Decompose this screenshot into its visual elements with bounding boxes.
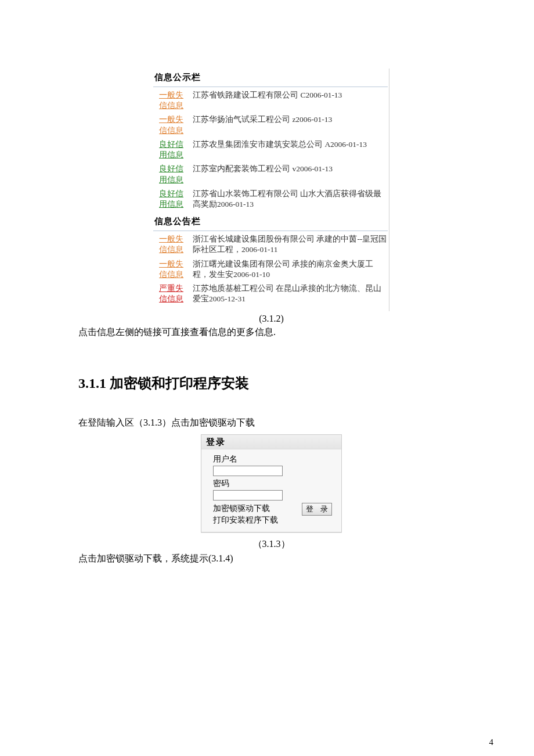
login-title: 登录 (201, 435, 341, 449)
info-tag-link[interactable]: 良好信用信息 (159, 139, 187, 160)
info-tag-link[interactable]: 良好信用信息 (159, 164, 187, 185)
login-box: 登录 用户名 密码 加密锁驱动下载 打印安装程序下载 登 录 (201, 434, 342, 533)
panel1-list: 一般失信信息 江苏省铁路建设工程有限公司 C2006-01-13 一般失信信息 … (153, 87, 388, 213)
list-item: 一般失信信息 江苏华扬油气试采工程公司 z2006-01-13 (159, 113, 388, 137)
body-text: 点击加密锁驱动下载，系统提示(3.1.4) (78, 552, 464, 566)
figure-caption-3-1-3: （3.1.3） (78, 538, 464, 550)
info-tag-link[interactable]: 一般失信信息 (159, 114, 187, 135)
list-item: 严重失信信息 江苏地质基桩工程公司 在昆山承接的北方物流、昆山爱宝2005-12… (159, 282, 388, 306)
list-item: 良好信用信息 江苏省山水装饰工程有限公司 山水大酒店获得省级最高奖励2006-0… (159, 187, 388, 211)
info-tag-link[interactable]: 良好信用信息 (159, 189, 187, 210)
info-desc: 江苏地质基桩工程公司 在昆山承接的北方物流、昆山爱宝2005-12-31 (187, 283, 388, 304)
login-links: 加密锁驱动下载 打印安装程序下载 (213, 503, 302, 527)
page-number: 4 (489, 737, 494, 747)
username-label: 用户名 (213, 454, 332, 465)
list-item: 一般失信信息 浙江省长城建设集团股份有限公司 承建的中茵--皇冠国际社区工程，2… (159, 232, 388, 257)
body-text: 在登陆输入区（3.1.3）点击加密锁驱动下载 (78, 416, 464, 430)
figure-3-1-3: 登录 用户名 密码 加密锁驱动下载 打印安装程序下载 登 录 (78, 434, 464, 533)
list-item: 良好信用信息 江苏室内配套装饰工程公司 v2006-01-13 (159, 162, 388, 186)
panel1-title: 信息公示栏 (153, 69, 388, 87)
password-input[interactable] (213, 490, 283, 501)
section-heading: 3.1.1 加密锁和打印程序安装 (78, 374, 464, 393)
body-text: 点击信息左侧的链接可直接查看信息的更多信息. (78, 325, 464, 339)
password-label: 密码 (213, 478, 332, 489)
info-tag-link[interactable]: 一般失信信息 (159, 234, 187, 255)
username-input[interactable] (213, 466, 283, 476)
figure-caption-3-1-2: (3.1.2) (78, 314, 464, 324)
info-desc: 江苏省铁路建设工程有限公司 C2006-01-13 (187, 90, 388, 100)
info-tag-link[interactable]: 一般失信信息 (159, 90, 187, 111)
list-item: 良好信用信息 江苏农垦集团淮安市建筑安装总公司 A2006-01-13 (159, 138, 388, 162)
info-panel: 信息公示栏 一般失信信息 江苏省铁路建设工程有限公司 C2006-01-13 一… (153, 69, 389, 311)
info-desc: 江苏省山水装饰工程有限公司 山水大酒店获得省级最高奖励2006-01-13 (187, 189, 388, 210)
list-item: 一般失信信息 江苏省铁路建设工程有限公司 C2006-01-13 (159, 88, 388, 113)
info-desc: 江苏华扬油气试采工程公司 z2006-01-13 (187, 114, 388, 125)
figure-3-1-2: 信息公示栏 一般失信信息 江苏省铁路建设工程有限公司 C2006-01-13 一… (78, 0, 464, 311)
info-tag-link[interactable]: 严重失信信息 (159, 283, 187, 304)
panel2-list: 一般失信信息 浙江省长城建设集团股份有限公司 承建的中茵--皇冠国际社区工程，2… (153, 231, 388, 307)
info-tag-link[interactable]: 一般失信信息 (159, 259, 187, 280)
info-desc: 浙江省长城建设集团股份有限公司 承建的中茵--皇冠国际社区工程，2006-01-… (187, 234, 388, 255)
panel2-title: 信息公告栏 (153, 213, 388, 231)
info-desc: 江苏室内配套装饰工程公司 v2006-01-13 (187, 164, 388, 174)
info-desc: 浙江曙光建设集团有限公司 承接的南京金奥大厦工程，发生安2006-01-10 (187, 259, 388, 280)
login-button[interactable]: 登 录 (302, 503, 332, 516)
download-print-installer-link[interactable]: 打印安装程序下载 (213, 514, 302, 526)
download-lock-driver-link[interactable]: 加密锁驱动下载 (213, 503, 302, 514)
info-desc: 江苏农垦集团淮安市建筑安装总公司 A2006-01-13 (187, 139, 388, 150)
list-item: 一般失信信息 浙江曙光建设集团有限公司 承接的南京金奥大厦工程，发生安2006-… (159, 257, 388, 282)
